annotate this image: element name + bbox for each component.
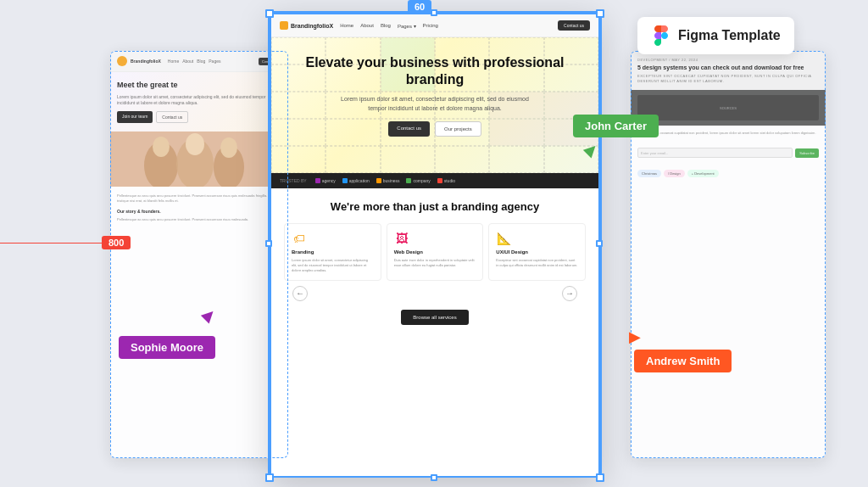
main-nav: Home About Blog Pages ▾ Pricing — [340, 23, 438, 29]
services-nav: ← → — [284, 286, 586, 301]
trusted-company: company — [406, 178, 430, 183]
left-hero-buttons: Join our team Contact us — [117, 111, 281, 123]
tag-design[interactable]: / Design — [664, 170, 685, 177]
left-card: BrandingfolioX Home About Blog Pages Con… — [110, 51, 288, 458]
figma-template-text: Figma Template — [678, 28, 781, 43]
agency-icon — [315, 178, 320, 183]
left-story-heading: Our story & founders. — [117, 209, 281, 216]
tag-christmas[interactable]: Christmas — [637, 170, 661, 177]
john-carter-label: John Carter — [573, 115, 659, 137]
application-icon — [342, 178, 348, 183]
email-placeholder: Enter your email... — [641, 151, 668, 155]
left-nav: Home About Blog Pages — [168, 59, 221, 64]
main-header: BrandingfolioX Home About Blog Pages ▾ P… — [271, 14, 598, 37]
nav-home[interactable]: Home — [340, 23, 353, 29]
right-newsletter: Enter your email... Subscribe — [631, 141, 826, 165]
studio-icon — [437, 178, 442, 183]
prev-arrow[interactable]: ← — [292, 286, 308, 301]
webdesign-body: Duis aute irure dolor in reprehenderit i… — [394, 258, 476, 268]
left-card-body: Pellentesque ac arcu quis arcu posuere t… — [110, 187, 288, 230]
andrew-smith-label: Andrew Smith — [634, 350, 732, 372]
hero-contact-btn[interactable]: Contact us — [388, 121, 430, 137]
sophie-moore-label: Sophie Moore — [119, 336, 215, 359]
left-card-image — [110, 132, 288, 187]
nav-blog[interactable]: Blog — [381, 23, 391, 29]
corner-handle-br[interactable] — [596, 473, 604, 482]
left-story-body: Pellentesque ac arcu quis arcu posuere t… — [117, 217, 281, 222]
hero-text: Elevate your business with professional … — [284, 54, 586, 137]
right-card-top: DEVELOPMENT / MAY 22, 2024 5 design syst… — [631, 51, 826, 90]
right-card-gray-section: SOURCES — [631, 90, 826, 126]
browse-btn[interactable]: Browse all services — [401, 310, 468, 325]
right-body: Excepteur sint occaecat cupidatat non pr… — [637, 74, 819, 83]
left-hero-body: Lorem ipsum dolor sit amet, consectetur … — [117, 94, 281, 106]
tag-development[interactable]: + Development — [687, 170, 719, 177]
trusted-items: agency application business company stud… — [315, 178, 455, 183]
branding-title: Branding — [292, 249, 374, 255]
corner-handle-bl[interactable] — [265, 473, 274, 482]
right-card-content: Excepteur sint occaecat cupidatat non pr… — [631, 126, 826, 141]
trusted-studio: studio — [437, 178, 455, 183]
left-card-hero: Meet the great te Lorem ipsum dolor sit … — [110, 72, 288, 132]
main-logo-icon — [280, 21, 288, 30]
subscribe-button[interactable]: Subscribe — [795, 148, 819, 158]
email-input-mock[interactable]: Enter your email... — [637, 148, 793, 158]
left-contact-btn-hero[interactable]: Contact us — [156, 111, 188, 123]
left-logo-text: BrandingfolioX — [131, 59, 161, 64]
mid-handle-left[interactable] — [265, 240, 272, 247]
trusted-application: application — [342, 178, 370, 183]
people-illustration — [110, 132, 288, 187]
mid-handle-top[interactable] — [431, 9, 437, 16]
corner-handle-tr[interactable] — [596, 9, 604, 18]
main-card: BrandingfolioX Home About Blog Pages ▾ P… — [270, 13, 600, 478]
right-category: DEVELOPMENT / MAY 22, 2024 — [637, 58, 819, 62]
right-heading: 5 design systems you can check out and d… — [637, 64, 819, 71]
left-hero-heading: Meet the great te — [117, 81, 281, 91]
hero-heading: Elevate your business with professional … — [284, 54, 586, 88]
main-logo: BrandingfolioX — [280, 21, 333, 30]
main-services-section: We're more than just a branding agency 🏷… — [271, 188, 598, 337]
left-join-btn[interactable]: Join our team — [117, 111, 153, 123]
figma-icon — [651, 25, 671, 46]
nav-pages[interactable]: Pages ▾ — [398, 23, 416, 29]
company-icon — [406, 178, 411, 183]
trusted-label: TRUSTED BY — [280, 178, 307, 183]
right-card: DEVELOPMENT / MAY 22, 2024 5 design syst… — [631, 51, 826, 458]
svg-point-4 — [153, 137, 170, 157]
branding-body: Lorem ipsum dolor sit amet, consectetur … — [292, 258, 374, 273]
hero-projects-btn[interactable]: Our projects — [435, 121, 481, 137]
nav-about[interactable]: About — [360, 23, 374, 29]
corner-handle-tl[interactable] — [265, 9, 274, 18]
left-body-text: Pellentesque ac arcu quis arcu posuere t… — [117, 193, 281, 204]
trusted-business: business — [376, 178, 400, 183]
main-logo-text: BrandingfolioX — [291, 23, 333, 29]
dimension-badge-left: 800 — [102, 236, 131, 249]
orange-cursor: ▶ — [629, 327, 641, 346]
services-heading: We're more than just a branding agency — [284, 200, 586, 215]
right-card-tags: Christmas / Design + Development — [631, 165, 826, 182]
service-branding: 🏷 Branding Lorem ipsum dolor sit amet, c… — [284, 223, 381, 281]
nav-pricing[interactable]: Pricing — [423, 23, 438, 29]
uxui-body: Excepteur sint occaecat cupidatat non pr… — [496, 258, 578, 268]
main-contact-btn[interactable]: Contact us — [558, 20, 590, 31]
left-card-header: BrandingfolioX Home About Blog Pages Con… — [110, 51, 288, 72]
trusted-bar: TRUSTED BY agency application business c… — [271, 173, 598, 188]
uxui-icon: 📐 — [496, 231, 511, 246]
mid-handle-bottom[interactable] — [431, 474, 437, 481]
main-hero: Elevate your business with professional … — [271, 37, 598, 173]
trusted-agency: agency — [315, 178, 336, 183]
services-row: 🏷 Branding Lorem ipsum dolor sit amet, c… — [284, 223, 586, 281]
dimension-red-line — [0, 243, 102, 244]
next-arrow[interactable]: → — [562, 286, 577, 301]
mid-handle-right[interactable] — [596, 240, 603, 247]
service-webdesign: 🖼 Web Design Duis aute irure dolor in re… — [387, 223, 484, 281]
hero-buttons: Contact us Our projects — [284, 121, 586, 137]
svg-point-5 — [186, 133, 204, 155]
figma-badge: Figma Template — [637, 17, 794, 54]
uxui-title: UX/UI Design — [496, 249, 578, 255]
branding-icon: 🏷 — [292, 231, 307, 246]
service-uxui: 📐 UX/UI Design Excepteur sint occaecat c… — [488, 223, 586, 281]
webdesign-icon: 🖼 — [394, 231, 409, 246]
svg-point-6 — [220, 137, 237, 158]
business-icon — [376, 178, 381, 183]
